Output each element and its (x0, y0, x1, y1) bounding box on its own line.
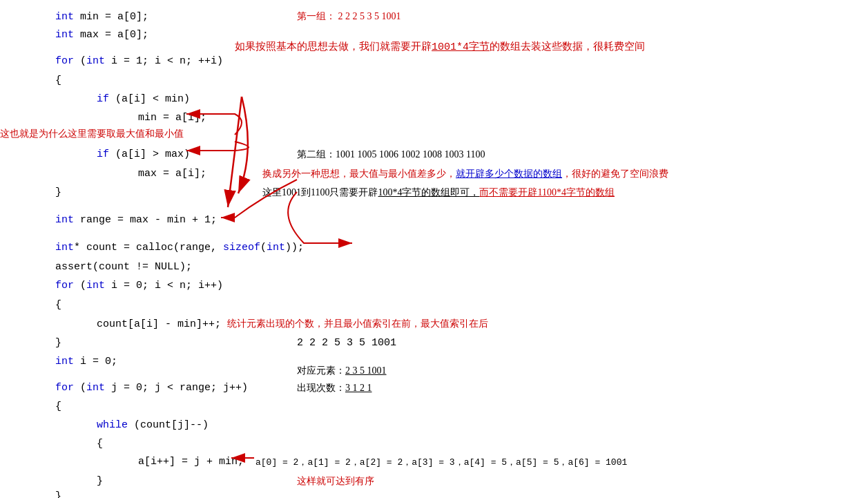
code-text-21: i = 0; (74, 356, 117, 367)
code-line-19: count[a[i] - min]++; 统计元素出现的个数，并且最小值索引在前… (0, 318, 868, 330)
left-note: 这也就是为什么这里需要取最大值和最小值 (0, 128, 184, 140)
code-text-6: min = a[i]; (138, 112, 206, 124)
code-text-23b: j = 0; j < range; j++) (105, 382, 248, 394)
code-text-14: * count = calloc(range, (74, 242, 223, 253)
code-area: int min = a[0]; 第一组： 2 2 2 5 3 5 1001 in… (0, 0, 868, 498)
code-line-6: min = a[i]; (0, 112, 868, 124)
brace-close-4: } (55, 490, 61, 498)
code-line-1: int min = a[0]; 第一组： 2 2 2 5 3 5 1001 (0, 8, 868, 26)
code-line-29: } (0, 490, 868, 498)
code-text-19: count[a[i] - min]++; (97, 318, 227, 330)
brace-open-2: { (55, 299, 61, 311)
code-text-25: (count[j]--) (128, 419, 209, 431)
brace-open-3: { (55, 401, 61, 412)
code-text-8: (a[i] > max) (109, 149, 190, 160)
code-line-20: } 2 2 2 5 3 5 1001 (0, 337, 868, 349)
code-line-28: } 这样就可达到有序 (0, 475, 868, 487)
keyword-if-2: if (97, 149, 109, 160)
code-line-16: for (int i = 0; i < n; i++) (0, 280, 868, 291)
keyword-int-3: int (86, 55, 105, 67)
code-line-23: for (int j = 0; j < range; j++) 对应元素：2 3… (0, 382, 868, 394)
group1-note-text: 如果按照基本的思想去做，我们就需要开辟1001*4字节的数组去装这些数据，很耗费… (235, 41, 645, 53)
group2-note2: 这里1001到1100只需要开辟100*4字节的数组即可，而不需要开辟1100*… (262, 186, 615, 199)
keyword-while: while (97, 419, 128, 431)
code-text-3b: i = 1; i < n; ++i) (105, 55, 223, 67)
code-text-15: assert(count != NULL); (55, 261, 192, 273)
code-text-12: range = max - min + 1; (74, 214, 217, 226)
code-line-9: max = a[i]; 换成另外一种思想，最大值与最小值差多少，就开辟多少个数据… (0, 168, 868, 180)
group1-note: 如果按照基本的思想去做，我们就需要开辟1001*4字节的数组去装这些数据，很耗费… (235, 40, 645, 53)
code-line-21: int i = 0; (0, 356, 868, 367)
brace-close-3: } (97, 475, 103, 487)
code-text-27: a[i++] = j + min; (138, 456, 244, 468)
code-line-27: a[i++] = j + min; a[0] = 2，a[1] = 2，a[2]… (0, 456, 868, 468)
code-line-10: } 这里1001到1100只需要开辟100*4字节的数组即可，而不需要开辟110… (0, 186, 868, 198)
code-line-15: assert(count != NULL); (0, 261, 868, 273)
arr-values: 2 2 2 5 3 5 1001 (297, 337, 396, 349)
keyword-int-6: int (55, 356, 74, 367)
code-text-5: (a[i] < min) (109, 93, 190, 105)
code-text-3: ( (74, 55, 86, 67)
keyword-for-3: for (55, 382, 74, 394)
keyword-int-5: int (86, 280, 105, 291)
group2-note1: 换成另外一种思想，最大值与最小值差多少，就开辟多少个数据的数组，很好的避免了空间… (262, 168, 668, 180)
code-line-5: if (a[i] < min) (0, 93, 868, 105)
code-text-14c: )); (285, 242, 304, 253)
brace-open-4: { (97, 438, 103, 450)
code-text: min = a[0]; (74, 11, 148, 23)
code-line-3: for (int i = 1; i < n; ++i) (0, 55, 868, 67)
result-note: a[0] = 2，a[1] = 2，a[2] = 2，a[3] = 3，a[4]… (255, 456, 627, 468)
code-line-14: int* count = calloc(range, sizeof(int)); (0, 242, 868, 253)
code-line-24: { (0, 401, 868, 412)
code-line-26: { (0, 438, 868, 450)
keyword-int: int (55, 11, 74, 23)
keyword-int-ptr: int (55, 242, 74, 253)
brace-close-1: } (55, 186, 61, 198)
code-text-14b: ( (260, 242, 267, 253)
keyword-int-4: int (267, 242, 285, 253)
brace-open-1: { (55, 75, 61, 86)
keyword-for-2: for (55, 280, 74, 291)
code-text-16b: i = 0; i < n; i++) (105, 280, 223, 291)
keyword-int-range: int (55, 214, 74, 226)
code-line-8: if (a[i] > max) 第二组：1001 1005 1006 1002 … (0, 149, 868, 160)
code-line-17: { (0, 299, 868, 311)
brace-close-2: } (55, 337, 61, 349)
keyword-int-2: int (55, 29, 74, 41)
table-element-label: 对应元素：2 3 5 1001 (297, 365, 387, 377)
keyword-sizeof: sizeof (223, 242, 260, 253)
code-line-4: { (0, 75, 868, 86)
code-text-2: max = a[0]; (74, 29, 148, 41)
code-text-9: max = a[i]; (138, 168, 206, 180)
comment-19: 统计元素出现的个数，并且最小值索引在前，最大值索引在后 (227, 318, 488, 329)
keyword-int-7: int (86, 382, 105, 394)
keyword-if-1: if (97, 93, 109, 105)
final-note: 这样就可达到有序 (297, 475, 374, 488)
group2-label: 第二组：1001 1005 1006 1002 1008 1003 1100 (297, 149, 485, 161)
code-line-25: while (count[j]--) (0, 419, 868, 431)
code-text-23: ( (74, 382, 86, 394)
code-line-12: int range = max - min + 1; (0, 214, 868, 226)
table-count-label: 出现次数：3 1 2 1 (297, 382, 372, 394)
code-text-16: ( (74, 280, 86, 291)
group1-label: 第一组： 2 2 2 5 3 5 1001 (297, 8, 401, 25)
keyword-for: for (55, 55, 74, 67)
